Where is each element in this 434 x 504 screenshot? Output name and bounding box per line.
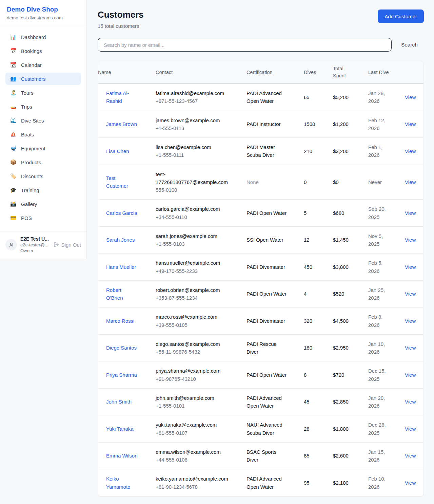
wave-icon: 🌊 [10, 117, 17, 124]
search-input[interactable] [98, 38, 392, 52]
customer-certification: PADI Divemaster [246, 317, 288, 325]
sidebar-item-gallery[interactable]: 📸 Gallery [5, 198, 81, 210]
view-link[interactable]: View [405, 179, 416, 185]
sign-out-button[interactable]: Sign Out [54, 242, 81, 248]
search-row: Search [98, 38, 424, 52]
user-info: E2E Test U... e2e-tester@... Owner [20, 236, 50, 253]
customer-email: marco.rossi@example.com [156, 313, 232, 321]
customer-certification: PADI Open Water [246, 371, 288, 379]
customer-total-spent: $3,200 [333, 138, 368, 165]
customer-certification: PADI Divemaster [246, 263, 288, 271]
search-button[interactable]: Search [401, 42, 418, 48]
sidebar-item-tours[interactable]: 🏝️ Tours [5, 87, 81, 99]
view-link[interactable]: View [405, 210, 416, 216]
customer-name-link[interactable]: Carlos Garcia [106, 209, 137, 217]
sidebar-item-bookings[interactable]: 📅 Bookings [5, 45, 81, 57]
sidebar-item-equipment[interactable]: 🤿 Equipment [5, 142, 81, 154]
view-link[interactable]: View [405, 345, 416, 351]
table-row: Sarah Jones sarah.jones@example.com +1-5… [98, 226, 424, 254]
user-email: e2e-tester@... [20, 242, 50, 247]
customer-last-dive: Feb 12, 2026 [368, 116, 393, 132]
sidebar-item-products[interactable]: 📦 Products [5, 156, 81, 168]
customer-name-link[interactable]: Hans Mueller [106, 263, 136, 271]
customer-certification: None [246, 178, 288, 186]
sidebar-item-discounts[interactable]: 🏷️ Discounts [5, 170, 81, 182]
customer-certification: PADI Master Scuba Diver [246, 143, 288, 159]
customer-name-link[interactable]: Diego Santos [106, 344, 137, 352]
customer-total-spent: $1,200 [333, 111, 368, 138]
customer-name-link[interactable]: Robert O'Brien [106, 286, 138, 302]
customer-name-link[interactable]: John Smith [106, 398, 132, 406]
user-section: E2E Test U... e2e-tester@... Owner Sign … [0, 231, 86, 259]
customer-dives: 85 [304, 442, 333, 469]
customer-phone: +91-98765-43210 [156, 375, 232, 383]
column-header: Dives [304, 61, 333, 84]
customer-name-link[interactable]: Emma Wilson [106, 452, 138, 460]
sidebar-item-label: Dive Sites [21, 118, 44, 124]
customer-dives: 65 [304, 84, 333, 111]
sidebar-item-trips[interactable]: 🚤 Trips [5, 100, 81, 113]
customer-certification: PADI Advanced Open Water [246, 475, 288, 491]
customer-name-link[interactable]: James Brown [106, 120, 137, 128]
view-link[interactable]: View [405, 237, 416, 243]
customer-phone: +44-555-0108 [156, 456, 232, 464]
credit-card-icon: 💳 [10, 215, 17, 221]
view-link[interactable]: View [405, 318, 416, 324]
sidebar-item-dashboard[interactable]: 📊 Dashboard [5, 31, 81, 43]
view-link[interactable]: View [405, 94, 416, 100]
main-content: Customers 15 total customers Add Custome… [87, 0, 434, 504]
user-name: E2E Test U... [20, 236, 50, 242]
customer-dives: 45 [304, 388, 333, 415]
customer-name-link[interactable]: Fatima Al-Rashid [106, 89, 138, 105]
customer-certification: NAUI Advanced Scuba Diver [246, 421, 288, 437]
view-link[interactable]: View [405, 453, 416, 459]
customer-total-spent: $0 [333, 165, 368, 200]
customer-email: priya.sharma@example.com [156, 367, 232, 375]
view-link[interactable]: View [405, 480, 416, 486]
view-link[interactable]: View [405, 121, 416, 127]
customer-total-spent: $1,450 [333, 226, 368, 254]
customer-name-link[interactable]: Sarah Jones [106, 236, 135, 244]
sidebar-item-training[interactable]: 🎓 Training [5, 184, 81, 196]
customer-name-link[interactable]: Test Customer [106, 174, 138, 190]
sidebar-header: Demo Dive Shop demo.test.divestreams.com [0, 0, 86, 26]
table-row: James Brown james.brown@example.com +1-5… [98, 111, 424, 138]
table-row: Lisa Chen lisa.chen@example.com +1-555-0… [98, 138, 424, 165]
customer-name-link[interactable]: Priya Sharma [106, 371, 137, 379]
sidebar-item-dive-sites[interactable]: 🌊 Dive Sites [5, 114, 81, 127]
customer-email: john.smith@example.com [156, 394, 232, 402]
customer-phone: +81-90-1234-5678 [156, 483, 232, 491]
customer-name-link[interactable]: Lisa Chen [106, 147, 129, 155]
customer-email: james.brown@example.com [156, 116, 232, 124]
shop-title: Demo Dive Shop [7, 6, 80, 13]
view-link[interactable]: View [405, 399, 416, 405]
customer-certification: PADI Advanced Open Water [246, 394, 288, 410]
customer-name-link[interactable]: Yuki Tanaka [106, 425, 134, 433]
customer-total-spent: $5,200 [333, 84, 368, 111]
customer-total-spent: $2,950 [333, 334, 368, 361]
add-customer-button[interactable]: Add Customer [378, 10, 424, 23]
view-link[interactable]: View [405, 291, 416, 297]
diving-mask-icon: 🤿 [10, 145, 17, 151]
sidebar-item-boats[interactable]: ⛵ Boats [5, 128, 81, 141]
table-header-row: Name Contact Certification Dives [98, 61, 424, 84]
customer-dives: 0 [304, 165, 333, 200]
view-link[interactable]: View [405, 372, 416, 378]
customer-name-link[interactable]: Keiko Yamamoto [106, 475, 138, 491]
table-body: Fatima Al-Rashid fatima.alrashid@example… [98, 84, 424, 496]
sidebar-item-calendar[interactable]: 📆 Calendar [5, 59, 81, 71]
sidebar-item-pos[interactable]: 💳 POS [5, 212, 81, 224]
customer-last-dive: Feb 10, 2026 [368, 475, 393, 491]
customer-certification: PADI Rescue Diver [246, 340, 288, 356]
customer-phone: +39-555-0105 [156, 321, 232, 329]
customer-phone: +353-87-555-1234 [156, 294, 232, 302]
customer-last-dive: Never [368, 178, 393, 186]
view-link[interactable]: View [405, 264, 416, 270]
view-link[interactable]: View [405, 148, 416, 154]
sidebar-item-customers[interactable]: 👥 Customers [5, 73, 81, 85]
table-row: Diego Santos diego.santos@example.com +5… [98, 334, 424, 361]
view-link[interactable]: View [405, 426, 416, 432]
customer-name-link[interactable]: Marco Rossi [106, 317, 134, 325]
customer-certification: PADI Advanced Open Water [246, 89, 288, 105]
customer-phone: +1-555-0101 [156, 402, 232, 410]
